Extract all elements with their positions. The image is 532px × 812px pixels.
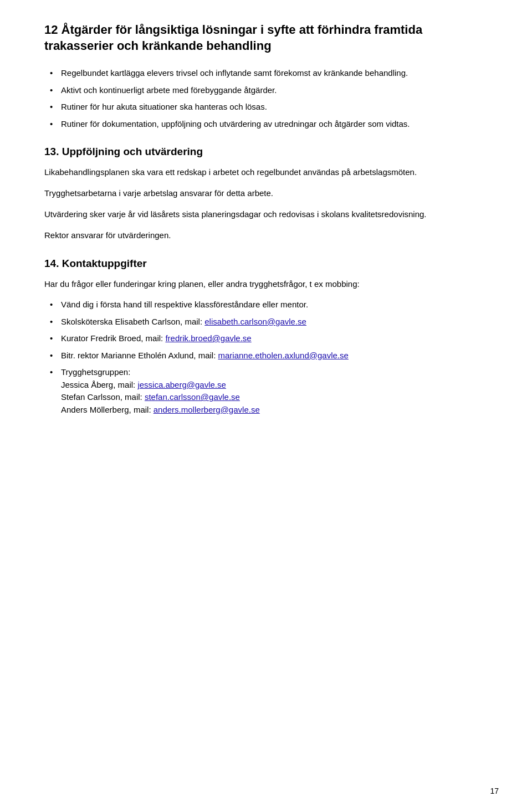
contact-text-1: Skolsköterska Elisabeth Carlson, mail:: [61, 317, 204, 326]
section14-title: 14. Kontaktuppgifter: [44, 258, 488, 270]
contact-item-1: Skolsköterska Elisabeth Carlson, mail: e…: [50, 316, 488, 328]
contact-link-1[interactable]: elisabeth.carlson@gavle.se: [204, 317, 306, 326]
section13-para1: Likabehandlingsplanen ska vara ett redsk…: [44, 166, 488, 179]
contact-link-3[interactable]: marianne.etholen.axlund@gavle.se: [218, 351, 348, 360]
bullet-item: Regelbundet kartlägga elevers trivsel oc…: [50, 67, 488, 80]
member0-name: Jessica Åberg: [61, 380, 113, 389]
member2-name: Anders Möllerberg: [61, 405, 129, 414]
member2-link[interactable]: anders.mollerberg@gavle.se: [154, 405, 260, 414]
section13-para2: Trygghetsarbetarna i varje arbetslag ans…: [44, 187, 488, 200]
bullet-item: Rutiner för dokumentation, uppföljning o…: [50, 118, 488, 131]
contact-item-3: Bitr. rektor Marianne Etholén Axlund, ma…: [50, 350, 488, 362]
page-content: 12 Åtgärder för långsiktiga lösningar i …: [44, 22, 488, 416]
bullet-item: Rutiner för hur akuta situationer ska ha…: [50, 101, 488, 114]
section13-para4: Rektor ansvarar för utvärderingen.: [44, 229, 488, 242]
member1-mail-label: mail:: [125, 392, 145, 402]
member1-name: Stefan Carlsson: [61, 392, 120, 402]
member0-link[interactable]: jessica.aberg@gavle.se: [137, 380, 226, 389]
page-number: 17: [490, 787, 499, 795]
member0-mail-label: mail:: [118, 380, 138, 389]
section13-title: 13. Uppföljning och utvärdering: [44, 146, 488, 158]
contact-item-0: Vänd dig i första hand till respektive k…: [50, 299, 488, 311]
trygghetsgruppen-sub: Jessica Åberg, mail: jessica.aberg@gavle…: [61, 380, 260, 414]
contact-text-0: Vänd dig i första hand till respektive k…: [61, 300, 308, 309]
section13-para3: Utvärdering sker varje år vid läsårets s…: [44, 208, 488, 221]
section12-bullets: Regelbundet kartlägga elevers trivsel oc…: [44, 67, 488, 130]
contact-item-2: Kurator Fredrik Broed, mail: fredrik.bro…: [50, 332, 488, 345]
trygghetsgruppen-label: Trygghetsgruppen:: [61, 367, 130, 377]
contact-list: Vänd dig i första hand till respektive k…: [44, 299, 488, 416]
bullet-item: Aktivt och kontinuerligt arbete med före…: [50, 84, 488, 97]
trygghetsgruppen-item: Trygghetsgruppen: Jessica Åberg, mail: j…: [50, 366, 488, 416]
contact-text-2: Kurator Fredrik Broed, mail:: [61, 333, 165, 343]
member2-mail-label: mail:: [134, 405, 154, 414]
section14-intro: Har du frågor eller funderingar kring pl…: [44, 277, 488, 291]
section12-title: 12 Åtgärder för långsiktiga lösningar i …: [44, 22, 488, 54]
member1-link[interactable]: stefan.carlsson@gavle.se: [145, 392, 240, 402]
contact-link-2[interactable]: fredrik.broed@gavle.se: [165, 333, 251, 343]
contact-text-3: Bitr. rektor Marianne Etholén Axlund, ma…: [61, 351, 218, 360]
